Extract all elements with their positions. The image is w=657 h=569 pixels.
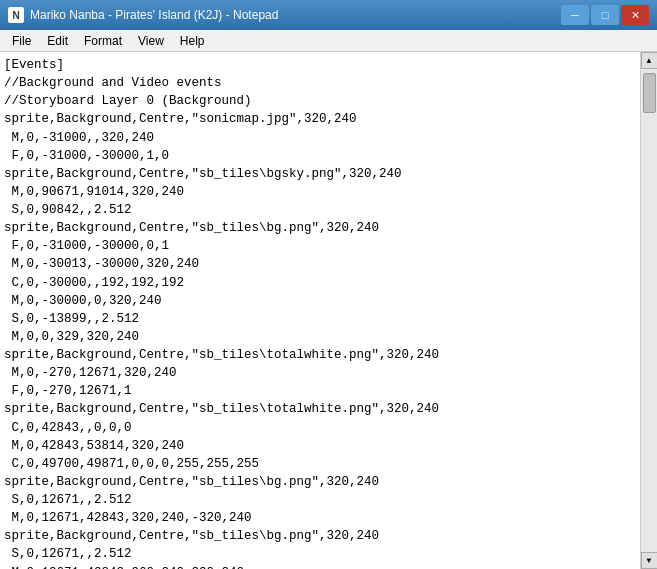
menu-item-format[interactable]: Format: [76, 32, 130, 50]
text-content[interactable]: [Events] //Background and Video events /…: [0, 52, 640, 569]
title-bar: N Mariko Nanba - Pirates' Island (K2J) -…: [0, 0, 657, 30]
window-title: Mariko Nanba - Pirates' Island (K2J) - N…: [30, 8, 278, 22]
window-controls: ─ □ ✕: [561, 5, 649, 25]
menu-bar: FileEditFormatViewHelp: [0, 30, 657, 52]
menu-item-file[interactable]: File: [4, 32, 39, 50]
content-area: [Events] //Background and Video events /…: [0, 52, 657, 569]
app-icon: N: [8, 7, 24, 23]
scrollbar[interactable]: ▲ ▼: [640, 52, 657, 569]
menu-item-view[interactable]: View: [130, 32, 172, 50]
scroll-track[interactable]: [641, 69, 657, 552]
minimize-button[interactable]: ─: [561, 5, 589, 25]
maximize-button[interactable]: □: [591, 5, 619, 25]
scroll-up-button[interactable]: ▲: [641, 52, 658, 69]
scroll-down-button[interactable]: ▼: [641, 552, 658, 569]
close-button[interactable]: ✕: [621, 5, 649, 25]
title-bar-left: N Mariko Nanba - Pirates' Island (K2J) -…: [8, 7, 278, 23]
menu-item-help[interactable]: Help: [172, 32, 213, 50]
menu-item-edit[interactable]: Edit: [39, 32, 76, 50]
scroll-thumb[interactable]: [643, 73, 656, 113]
